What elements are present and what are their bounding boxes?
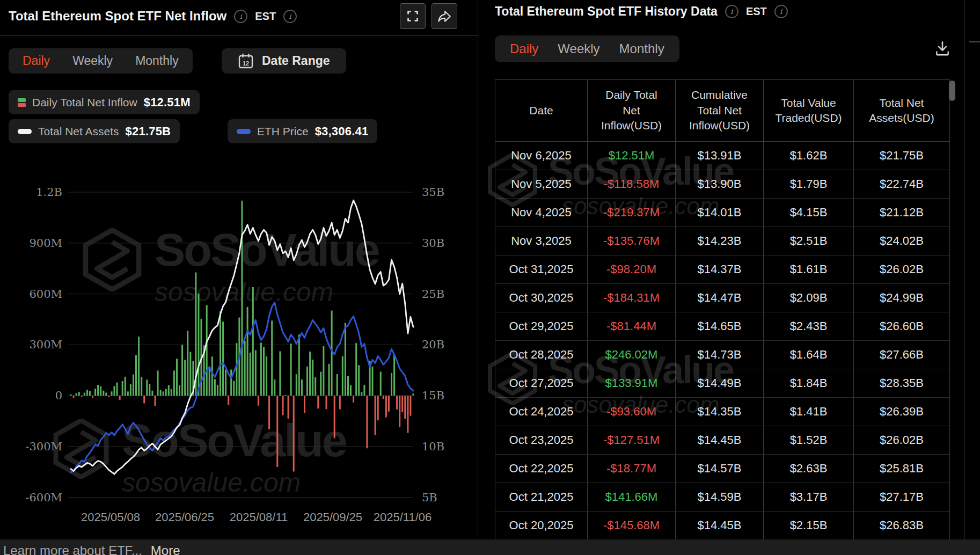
- inflow-bar[interactable]: [279, 351, 281, 396]
- inflow-bar[interactable]: [247, 307, 248, 396]
- inflow-bar[interactable]: [155, 396, 156, 406]
- inflow-bar[interactable]: [285, 395, 287, 396]
- inflow-bar[interactable]: [130, 384, 131, 396]
- legend-eth-price[interactable]: ETH Price $3,306.41: [228, 119, 377, 143]
- inflow-bar[interactable]: [347, 376, 349, 396]
- inflow-bar[interactable]: [366, 396, 368, 448]
- inflow-bar[interactable]: [135, 355, 137, 396]
- inflow-bar[interactable]: [119, 396, 121, 400]
- inflow-bar[interactable]: [388, 396, 390, 412]
- inflow-bar[interactable]: [407, 396, 408, 433]
- inflow-bar[interactable]: [146, 379, 148, 396]
- inflow-bar[interactable]: [76, 393, 77, 396]
- inflow-bar[interactable]: [151, 391, 153, 396]
- inflow-bar[interactable]: [149, 384, 150, 396]
- inflow-bar[interactable]: [244, 341, 246, 396]
- inflow-bar[interactable]: [250, 353, 251, 396]
- inflow-bar[interactable]: [391, 373, 392, 396]
- inflow-bar[interactable]: [298, 334, 300, 396]
- info-icon[interactable]: i: [234, 10, 247, 23]
- inflow-bar[interactable]: [306, 367, 308, 396]
- inflow-bar[interactable]: [236, 343, 237, 396]
- inflow-bar[interactable]: [355, 343, 357, 396]
- inflow-bar[interactable]: [173, 370, 175, 396]
- inflow-bar[interactable]: [317, 396, 319, 408]
- fullscreen-button[interactable]: [400, 3, 426, 29]
- inflow-bar[interactable]: [328, 364, 330, 396]
- inflow-bar[interactable]: [160, 390, 162, 396]
- inflow-bar[interactable]: [138, 337, 140, 396]
- inflow-bar[interactable]: [184, 360, 186, 396]
- inflow-bar[interactable]: [309, 352, 311, 396]
- inflow-bar[interactable]: [171, 389, 172, 396]
- inflow-bar[interactable]: [211, 356, 213, 396]
- footer-more-link[interactable]: More: [151, 543, 180, 555]
- table-scrollbar-thumb[interactable]: [949, 81, 955, 101]
- inflow-bar[interactable]: [228, 396, 229, 405]
- download-button[interactable]: [934, 40, 951, 59]
- inflow-bar[interactable]: [266, 356, 267, 396]
- inflow-bar[interactable]: [125, 377, 126, 396]
- inflow-bar[interactable]: [372, 367, 374, 396]
- inflow-bar[interactable]: [133, 375, 134, 396]
- inflow-bar[interactable]: [383, 396, 384, 399]
- inflow-bar[interactable]: [274, 379, 275, 396]
- info-icon[interactable]: i: [283, 10, 297, 23]
- inflow-bar[interactable]: [409, 396, 411, 416]
- inflow-bar[interactable]: [375, 396, 376, 435]
- tab-weekly[interactable]: Weekly: [72, 54, 113, 68]
- inflow-bar[interactable]: [255, 350, 257, 396]
- inflow-bar[interactable]: [290, 344, 292, 396]
- inflow-bar[interactable]: [413, 393, 414, 396]
- inflow-bar[interactable]: [293, 396, 295, 471]
- inflow-bar[interactable]: [296, 374, 297, 396]
- legend-total-net-assets[interactable]: Total Net Assets $21.75B: [9, 119, 180, 143]
- inflow-bar[interactable]: [358, 365, 360, 396]
- inflow-bar[interactable]: [73, 396, 75, 398]
- tab-daily[interactable]: Daily: [23, 54, 50, 68]
- inflow-bar[interactable]: [220, 311, 221, 396]
- inflow-bar[interactable]: [168, 385, 170, 396]
- inflow-bar[interactable]: [209, 367, 210, 396]
- inflow-bar[interactable]: [127, 391, 129, 396]
- legend-daily-net-inflow[interactable]: Daily Total Net Inflow $12.51M: [9, 90, 200, 114]
- tab-daily[interactable]: Daily: [510, 41, 538, 56]
- inflow-bar[interactable]: [230, 370, 232, 396]
- tab-weekly[interactable]: Weekly: [558, 41, 599, 56]
- inflow-bar[interactable]: [222, 322, 224, 396]
- inflow-bar[interactable]: [141, 377, 142, 396]
- inflow-bar[interactable]: [84, 393, 85, 396]
- inflow-bar[interactable]: [353, 396, 354, 403]
- inflow-bar[interactable]: [260, 342, 262, 396]
- inflow-bar[interactable]: [334, 396, 335, 438]
- inflow-bar[interactable]: [114, 386, 115, 396]
- inflow-bar[interactable]: [116, 383, 118, 396]
- inflow-bar[interactable]: [337, 374, 338, 396]
- inflow-bar[interactable]: [385, 396, 387, 417]
- inflow-bar[interactable]: [242, 201, 243, 396]
- inflow-bar[interactable]: [315, 377, 316, 396]
- tab-monthly[interactable]: Monthly: [619, 41, 664, 56]
- inflow-bar[interactable]: [157, 370, 159, 396]
- inflow-chart-canvas[interactable]: 1.2B35B900M30B600M25B300M20B015B-300M10B…: [0, 158, 462, 542]
- inflow-bar[interactable]: [89, 391, 91, 396]
- inflow-bar[interactable]: [312, 360, 313, 396]
- inflow-bar[interactable]: [163, 391, 164, 396]
- inflow-bar[interactable]: [233, 381, 235, 396]
- inflow-bar[interactable]: [396, 396, 398, 410]
- inflow-bar[interactable]: [94, 389, 96, 396]
- date-range-button[interactable]: 12 Date Range: [222, 48, 346, 74]
- inflow-bar[interactable]: [206, 305, 208, 396]
- inflow-bar[interactable]: [271, 320, 273, 396]
- info-icon[interactable]: i: [725, 5, 738, 18]
- inflow-bar[interactable]: [70, 395, 72, 396]
- inflow-bar[interactable]: [189, 352, 191, 396]
- inflow-bar[interactable]: [214, 379, 216, 396]
- inflow-bar[interactable]: [176, 359, 178, 396]
- inflow-bar[interactable]: [105, 393, 107, 396]
- inflow-bar[interactable]: [404, 396, 406, 419]
- inflow-bar[interactable]: [326, 396, 327, 409]
- inflow-bar[interactable]: [143, 396, 145, 403]
- inflow-bar[interactable]: [361, 392, 362, 396]
- inflow-bar[interactable]: [252, 287, 254, 396]
